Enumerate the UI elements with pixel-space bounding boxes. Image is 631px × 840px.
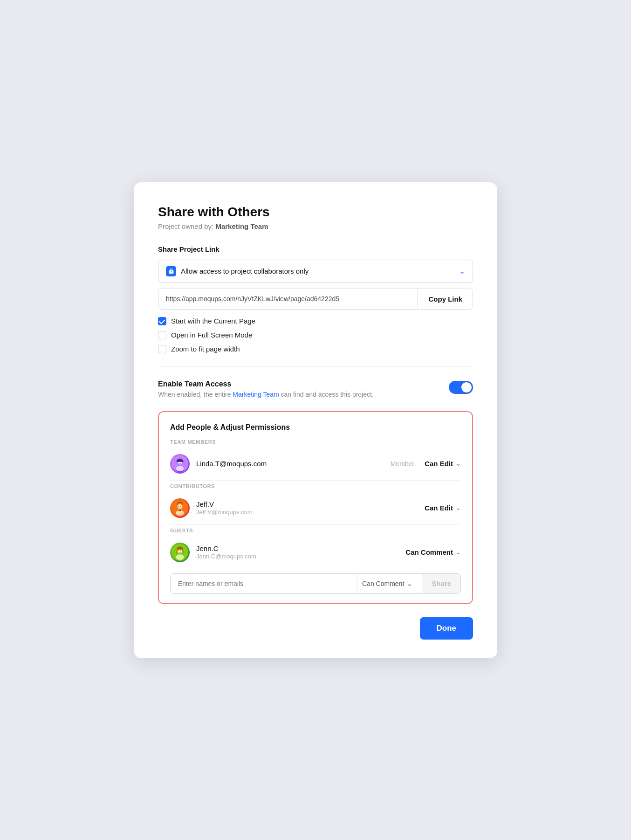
member-email-jeff: Jeff.V@moqups.com xyxy=(196,509,418,516)
share-button[interactable]: Share xyxy=(422,574,460,593)
permission-dropdown-linda[interactable]: Can Edit ⌄ xyxy=(425,460,461,468)
chevron-down-icon: ⌄ xyxy=(459,267,465,275)
team-access-row: Enable Team Access When enabled, the ent… xyxy=(158,380,473,398)
modal-subtitle: Project owned by: Marketing Team xyxy=(158,222,473,230)
add-people-permission-dropdown[interactable]: Can Comment ⌄ xyxy=(357,574,417,593)
enable-team-access-desc: When enabled, the entire Marketing Team … xyxy=(158,391,374,398)
member-name-jenn: Jenn.C xyxy=(196,544,399,552)
modal-footer: Done xyxy=(158,617,473,640)
member-name-linda: Linda.T@moqups.com xyxy=(196,460,384,468)
checkbox-current-page[interactable]: Start with the Current Page xyxy=(158,317,473,325)
divider-1 xyxy=(158,366,473,367)
permission-dropdown-jeff[interactable]: Can Edit ⌄ xyxy=(425,504,461,512)
member-email-jenn: Jenn.C@moqups.com xyxy=(196,553,399,560)
link-row: Copy Link xyxy=(158,289,473,310)
copy-link-button[interactable]: Copy Link xyxy=(418,289,473,309)
svg-point-10 xyxy=(178,506,179,507)
permission-text-jeff: Can Edit xyxy=(425,504,453,512)
permission-dropdown-jenn[interactable]: Can Comment ⌄ xyxy=(405,548,461,556)
avatar-jenn xyxy=(170,543,190,562)
team-members-label: TEAM MEMBERS xyxy=(170,439,461,445)
divider-team-contrib xyxy=(170,480,461,481)
team-access-toggle[interactable] xyxy=(449,381,473,394)
checkbox-zoom[interactable]: Zoom to fit page width xyxy=(158,345,473,353)
checkbox-zoom-box[interactable] xyxy=(158,345,166,353)
member-row-linda: Linda.T@moqups.com Member Can Edit ⌄ xyxy=(170,450,461,477)
contributors-label: CONTRIBUTORS xyxy=(170,483,461,489)
checkbox-group: Start with the Current Page Open in Full… xyxy=(158,317,473,353)
guests-label: GUESTS xyxy=(170,528,461,533)
chevron-icon-linda: ⌄ xyxy=(456,460,461,467)
chevron-icon-jeff: ⌄ xyxy=(456,504,461,511)
add-people-row: Can Comment ⌄ Share xyxy=(170,573,461,594)
link-url-input[interactable] xyxy=(158,289,418,309)
add-people-input[interactable] xyxy=(171,574,352,593)
checkbox-fullscreen-box[interactable] xyxy=(158,331,166,339)
share-modal: Share with Others Project owned by: Mark… xyxy=(134,182,497,658)
done-button[interactable]: Done xyxy=(420,617,473,640)
svg-point-14 xyxy=(176,554,184,560)
team-name-link[interactable]: Marketing Team xyxy=(233,391,279,398)
svg-point-4 xyxy=(176,466,184,471)
avatar-jeff xyxy=(170,498,190,518)
checkbox-fullscreen[interactable]: Open in Full Screen Mode xyxy=(158,331,473,339)
share-link-label: Share Project Link xyxy=(158,245,473,253)
member-info-jenn: Jenn.C Jenn.C@moqups.com xyxy=(196,544,399,560)
avatar-linda xyxy=(170,454,190,474)
checkbox-current-page-box[interactable] xyxy=(158,317,166,325)
member-row-jeff: Jeff.V Jeff.V@moqups.com Can Edit ⌄ xyxy=(170,495,461,522)
team-access-text: Enable Team Access When enabled, the ent… xyxy=(158,380,374,398)
permissions-section: Add People & Adjust Permissions TEAM MEM… xyxy=(158,411,473,604)
access-dropdown[interactable]: Allow access to project collaborators on… xyxy=(158,260,473,283)
svg-point-16 xyxy=(180,550,181,551)
svg-point-11 xyxy=(180,506,181,507)
member-info-linda: Linda.T@moqups.com xyxy=(196,460,384,468)
access-option-text: Allow access to project collaborators on… xyxy=(181,267,454,275)
svg-point-15 xyxy=(178,550,179,551)
divider-contrib-guests xyxy=(170,524,461,525)
modal-title: Share with Others xyxy=(158,205,473,220)
permissions-title: Add People & Adjust Permissions xyxy=(170,423,461,432)
member-name-jeff: Jeff.V xyxy=(196,500,418,508)
add-people-permission-text: Can Comment xyxy=(362,580,404,587)
lock-icon xyxy=(166,266,176,276)
enable-team-access-label: Enable Team Access xyxy=(158,380,374,388)
permission-text-linda: Can Edit xyxy=(425,460,453,468)
owner-name: Marketing Team xyxy=(215,222,268,230)
member-info-jeff: Jeff.V Jeff.V@moqups.com xyxy=(196,500,418,516)
member-role-linda: Member xyxy=(391,460,414,468)
member-row-jenn: Jenn.C Jenn.C@moqups.com Can Comment ⌄ xyxy=(170,539,461,566)
permission-text-jenn: Can Comment xyxy=(405,548,453,556)
chevron-icon-jenn: ⌄ xyxy=(456,549,461,556)
chevron-down-icon: ⌄ xyxy=(407,580,412,587)
